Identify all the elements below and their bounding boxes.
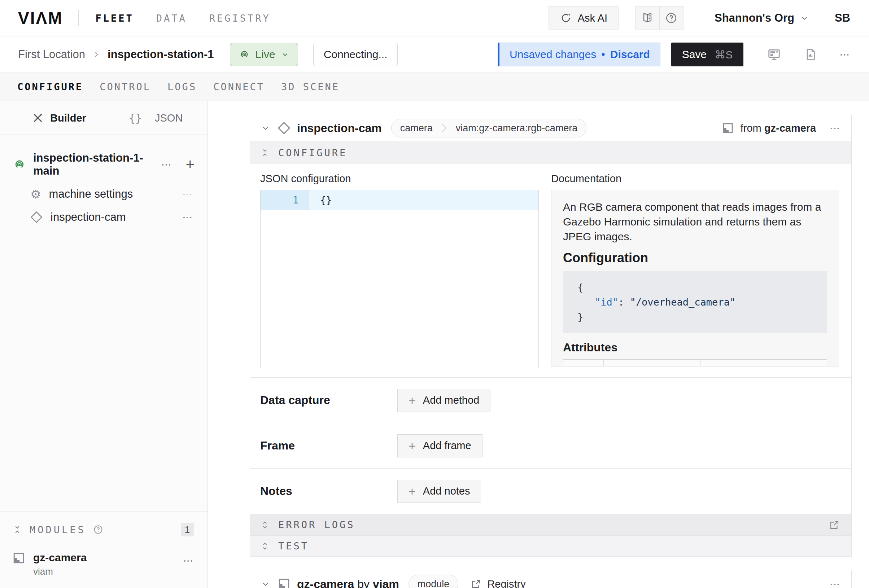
tab-configure[interactable]: CONFIGURE [17,81,83,92]
json-config-column: JSON configuration 1 {} [260,173,539,368]
module-author: viam [33,566,87,577]
help-question-icon[interactable] [659,6,683,30]
expand-icon [260,520,270,530]
module-icon [722,122,734,134]
nav-registry[interactable]: REGISTRY [209,13,271,24]
chevron-down-icon [800,14,809,22]
tab-control[interactable]: CONTROL [99,81,151,92]
discard-button[interactable]: Discard [610,48,650,61]
item-menu-icon[interactable] [183,191,193,197]
component-menu-icon[interactable] [830,126,841,131]
configure-section-body: JSON configuration 1 {} Documentation An… [250,164,851,377]
json-config-editor[interactable]: 1 {} [260,190,539,368]
diamond-icon [277,121,291,135]
braces-icon: {} [129,112,142,124]
org-switcher[interactable]: Shannon's Org [715,12,809,25]
connection-status-button[interactable]: Connecting... [313,43,398,66]
modules-section: MODULES 1 [0,511,208,588]
avatar[interactable]: SB [835,12,850,25]
broadcast-icon [239,49,250,60]
save-button[interactable]: Save ⌘S [671,43,743,67]
module-tag-pill: module [409,575,459,588]
tree-item-inspection-cam[interactable]: inspection-cam [0,206,208,229]
tab-logs[interactable]: LOGS [168,81,197,92]
docs-book-icon[interactable] [636,6,659,30]
tab-3d-scene[interactable]: 3D SCENE [281,81,340,92]
json-config-label: JSON configuration [260,173,539,185]
module-card-header: gz-camera by viam module Registry [250,570,851,588]
error-logs-bar[interactable]: ERROR LOGS [250,514,851,535]
plus-icon [409,440,416,452]
external-link-icon[interactable] [829,520,840,530]
attributes-table [563,359,827,366]
editor-code: {} [309,190,538,210]
documentation-column: Documentation An RGB camera component th… [551,173,839,368]
unsaved-changes-label: Unsaved changes [510,48,596,61]
part-name: inspection-station-1-main [33,151,162,178]
configure-section-bar[interactable]: CONFIGURE [250,141,851,164]
monitor-icon[interactable] [767,47,781,61]
add-method-button[interactable]: Add method [397,389,491,412]
diamond-icon [30,211,43,223]
more-actions-icon[interactable] [840,52,850,57]
add-component-button[interactable] [185,157,194,172]
component-type-tags: camera viam:gz-camera:rgb-camera [391,118,587,138]
config-sidebar: Builder {} JSON inspection [0,101,208,588]
ai-sparkle-icon [560,12,572,24]
add-frame-button[interactable]: Add frame [397,434,482,458]
unsaved-changes-banner: Unsaved changes • Discard [498,43,660,67]
collapse-chevron-icon[interactable] [261,123,270,133]
part-menu-icon[interactable] [162,162,172,167]
code-line-open: { [577,280,827,295]
breadcrumb-location[interactable]: First Location [18,48,85,61]
module-tag: module [409,579,458,588]
item-menu-icon[interactable] [183,215,193,220]
data-capture-label: Data capture [260,394,397,407]
from-module-name: gz-camera [764,122,816,134]
divider [78,10,79,26]
viam-logo[interactable]: VIΛM [18,8,63,28]
doc-attributes-heading: Attributes [563,341,827,354]
json-mode-toggle[interactable]: {} JSON [129,112,182,124]
builder-mode-toggle[interactable]: Builder [32,112,86,124]
collapse-chevron-icon[interactable] [261,579,270,588]
type-tag: camera [391,123,441,134]
model-tag: viam:gz-camera:rgb-camera [447,123,586,134]
registry-link[interactable]: Registry [471,578,525,588]
notes-row: Notes Add notes [250,468,851,514]
collapse-icon[interactable] [12,524,22,535]
line-number: 1 [261,190,309,210]
viam-app: VIΛM FLEET DATA REGISTRY Ask AI [0,0,869,588]
save-shortcut: ⌘S [715,48,733,61]
machine-tabs: CONFIGURE CONTROL LOGS CONNECT 3D SCENE [0,73,869,101]
test-bar[interactable]: TEST [250,535,851,556]
tab-connect[interactable]: CONNECT [213,81,264,92]
editor-line: 1 {} [261,190,538,210]
nav-fleet[interactable]: FLEET [95,13,133,24]
add-notes-button[interactable]: Add notes [397,480,481,503]
component-card-inspection-cam: inspection-cam camera viam:gz-camera:rgb… [250,115,852,557]
tree-item-machine-settings[interactable]: ⚙ machine settings [0,182,208,206]
code-line-close: } [577,310,827,324]
modules-header: MODULES 1 [12,523,194,536]
live-label: Live [255,48,275,61]
help-circle-icon[interactable] [93,524,103,535]
tree-part-row[interactable]: inspection-station-1-main [0,147,208,182]
live-status-dropdown[interactable]: Live [230,43,298,66]
file-chart-icon[interactable] [804,48,817,61]
doc-code-block: { "id": "/overhead_camera" } [563,271,827,333]
plus-icon [409,394,416,407]
module-name: gz-camera [33,552,87,564]
module-card-menu-icon[interactable] [830,582,841,587]
expand-icon [260,542,270,551]
tag-separator-icon [441,118,447,138]
json-label: JSON [155,112,182,124]
frame-label: Frame [260,439,397,452]
plus-icon [409,485,416,498]
main-content: inspection-cam camera viam:gz-camera:rgb… [208,101,869,588]
module-list-item[interactable]: gz-camera viam [12,552,194,577]
documentation-label: Documentation [551,173,839,185]
nav-data[interactable]: DATA [156,13,187,24]
module-menu-icon[interactable] [184,558,194,563]
ask-ai-button[interactable]: Ask AI [549,6,618,30]
